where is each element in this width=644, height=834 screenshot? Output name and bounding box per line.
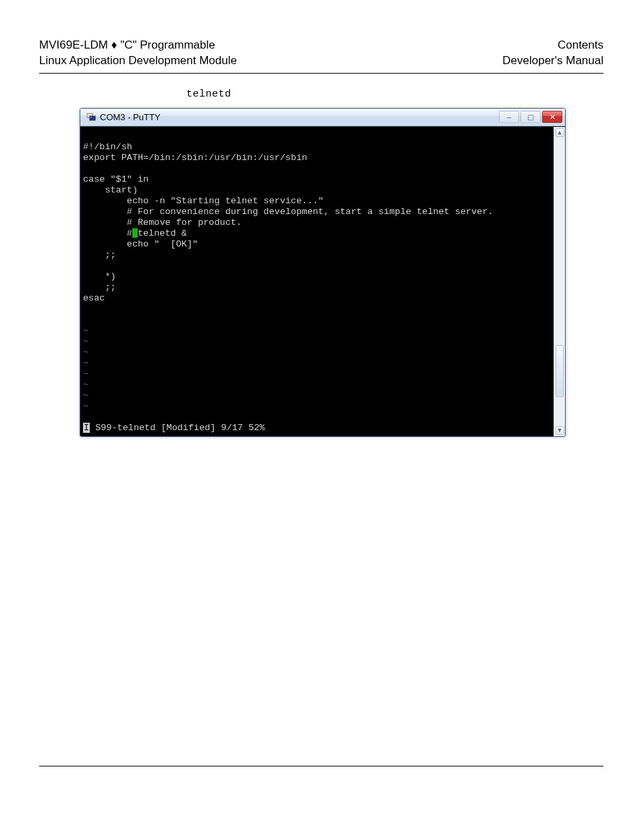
code-line: echo " [OK]"	[83, 239, 198, 249]
terminal-content[interactable]: #!/bin/sh export PATH=/bin:/sbin:/usr/bi…	[80, 127, 554, 436]
vi-tilde: ~	[83, 336, 88, 346]
svg-rect-2	[90, 117, 92, 118]
vi-tilde: ~	[83, 369, 88, 379]
vi-status-line: I S99-telnetd [Modified] 9/17 52%	[83, 423, 265, 434]
scroll-down-arrow-icon[interactable]: ▼	[556, 426, 564, 435]
code-line: case "$1" in	[83, 174, 149, 184]
code-line: export PATH=/bin:/sbin:/usr/bin:/usr/sbi…	[83, 153, 307, 163]
header-right: Contents Developer's Manual	[502, 38, 603, 69]
header-left: MVI69E-LDM ♦ "C" Programmable Linux Appl…	[39, 38, 237, 69]
code-line: esac	[83, 293, 105, 303]
code-line: *)	[83, 271, 116, 282]
header-right-line1: Contents	[502, 38, 603, 53]
code-label-telnetd: telnetd	[186, 88, 603, 100]
code-line: start)	[83, 185, 138, 195]
code-line: echo -n "Starting telnet service..."	[83, 196, 323, 206]
scroll-up-arrow-icon[interactable]: ▲	[556, 128, 564, 137]
vertical-scrollbar[interactable]: ▲ ▼	[554, 127, 565, 436]
code-line: ;;	[83, 250, 116, 260]
header-left-line1: MVI69E-LDM ♦ "C" Programmable	[39, 38, 237, 53]
code-line: ;;	[83, 282, 116, 292]
vi-tilde: ~	[83, 358, 88, 368]
header-divider	[39, 73, 603, 74]
header-right-line2: Developer's Manual	[502, 53, 603, 69]
window-titlebar[interactable]: COM3 - PuTTY – ▢ ✕	[80, 109, 565, 126]
svg-rect-1	[90, 116, 95, 120]
vi-tilde: ~	[83, 401, 88, 411]
code-line: #!/bin/sh	[83, 142, 132, 152]
vi-tilde: ~	[83, 380, 88, 390]
vi-tilde: ~	[83, 347, 88, 357]
vi-tilde: ~	[83, 325, 88, 336]
scrollbar-thumb[interactable]	[556, 345, 564, 397]
window-title: COM3 - PuTTY	[100, 112, 499, 122]
putty-icon	[86, 112, 96, 122]
scrollbar-track[interactable]	[554, 137, 565, 426]
close-button[interactable]: ✕	[542, 111, 562, 123]
minimize-button[interactable]: –	[499, 111, 519, 123]
putty-window: COM3 - PuTTY – ▢ ✕ #!/bin/sh export PATH…	[80, 108, 566, 437]
vi-tilde: ~	[83, 390, 88, 400]
code-line-cursor: #telnetd &	[83, 228, 187, 238]
maximize-button[interactable]: ▢	[520, 111, 541, 123]
text-cursor	[132, 228, 138, 238]
header-left-line2: Linux Application Development Module	[39, 53, 237, 69]
code-line: # Remove for product.	[83, 217, 242, 228]
footer-divider	[39, 766, 603, 766]
code-line: # For convenience during development, st…	[83, 207, 493, 217]
